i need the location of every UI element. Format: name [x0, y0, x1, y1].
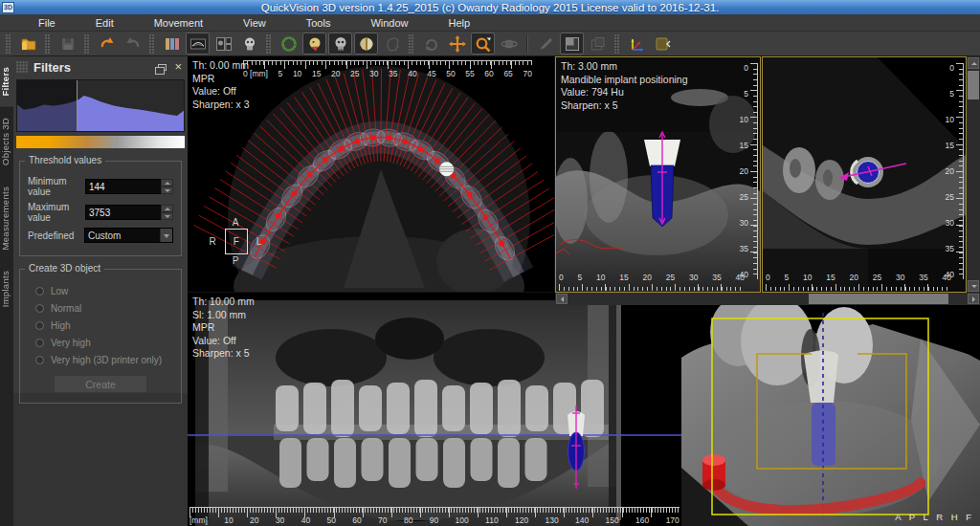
sidebar-tab-implants[interactable]: Implants	[0, 260, 13, 318]
sidebar-tab-filters[interactable]: Filters	[0, 56, 13, 107]
redo-button[interactable]	[121, 33, 145, 55]
orientation-f-box: F	[225, 229, 248, 254]
panel-grip-icon[interactable]	[16, 61, 29, 74]
maximum-value-spinner[interactable]	[161, 205, 173, 220]
layout-mpr-button[interactable]	[212, 33, 235, 55]
vertical-scrollbar[interactable]	[967, 56, 980, 293]
toolbar-grip	[149, 34, 155, 54]
scroll-up-icon[interactable]	[968, 57, 979, 69]
sidebar-tab-measurements[interactable]: Measurements	[0, 176, 13, 260]
skull-3d-button[interactable]	[328, 33, 352, 55]
menu-tools[interactable]: Tools	[306, 17, 331, 29]
zoom-button[interactable]	[471, 33, 495, 55]
viewport-panoramic[interactable]: Th: 10.00 mmSl: 1.00 mmMPRValue: OffShar…	[188, 293, 681, 526]
cross2-vertical-ruler: 0510152025303540	[946, 63, 964, 279]
ruler-label: 10	[293, 69, 301, 78]
ruler-label: 0	[559, 273, 564, 282]
layout-mpr-icon	[215, 35, 233, 53]
radio-low[interactable]: Low	[35, 286, 173, 296]
viewport-axial[interactable]: Th: 0.00 mmMPRValue: OffSharpen: x 3 0 […	[188, 56, 554, 292]
overlay-line: Value: 794 Hu	[561, 86, 688, 99]
float-panel-icon[interactable]	[158, 64, 167, 71]
horizontal-scroll-thumb[interactable]	[809, 294, 948, 304]
menu-view[interactable]: View	[243, 17, 266, 29]
layout-panoramic-icon	[189, 35, 207, 53]
skull-profile-button[interactable]	[380, 33, 404, 55]
save-icon	[59, 35, 77, 53]
overlay-line: Value: Off	[192, 85, 250, 99]
horizontal-scrollbar[interactable]	[555, 293, 980, 305]
radio-icon[interactable]	[35, 339, 44, 347]
maximum-value-input[interactable]	[85, 205, 162, 220]
rotate-button[interactable]	[419, 33, 443, 55]
undo-button[interactable]	[95, 33, 119, 55]
maximum-value-label: Maximum value	[28, 202, 85, 223]
arch-icon	[280, 35, 298, 53]
ruler-label: 30	[740, 218, 748, 228]
overlay-line: MPR	[192, 321, 255, 335]
ruler-label: 35	[389, 69, 397, 78]
axes-3d-button[interactable]	[625, 33, 649, 55]
ruler-label: 35	[946, 244, 954, 253]
skull-ceph-button[interactable]	[302, 33, 326, 55]
radio-normal[interactable]: Normal	[35, 303, 173, 314]
rotate-icon	[423, 35, 440, 53]
radio-icon[interactable]	[35, 287, 44, 296]
dropdown-arrow-icon[interactable]	[160, 229, 172, 242]
dock-panel-button[interactable]	[651, 33, 675, 55]
titlebar[interactable]: 3D QuickVision 3D version 1.4.25_2015 (c…	[0, 0, 980, 14]
close-panel-icon[interactable]: ×	[174, 62, 182, 72]
minimum-value-input[interactable]	[85, 179, 162, 194]
sidebar-tab-objects-3d[interactable]: Objects 3D	[0, 107, 13, 176]
arch-curve-button[interactable]	[277, 33, 301, 55]
pan-button[interactable]	[445, 33, 469, 55]
layout-3d-button[interactable]	[237, 33, 261, 55]
menu-file[interactable]: File	[38, 17, 56, 29]
radio-icon[interactable]	[35, 321, 44, 330]
radio-icon[interactable]	[35, 356, 44, 364]
ruler-label: 0	[766, 273, 770, 282]
menu-help[interactable]: Help	[449, 17, 471, 29]
radio-very-high-3d-printer-only-[interactable]: Very high (3D printer only)	[35, 355, 173, 365]
create-3d-group: Create 3D object LowNormalHighVery highV…	[19, 269, 182, 404]
panel-header[interactable]: Filters ×	[13, 56, 188, 77]
histogram[interactable]	[16, 79, 185, 132]
open-file-button[interactable]	[16, 33, 40, 55]
ruler-label: 25	[873, 273, 881, 282]
scroll-right-icon[interactable]	[968, 294, 979, 304]
menu-edit[interactable]: Edit	[96, 17, 114, 29]
cut-button[interactable]	[534, 33, 558, 55]
layout-panoramic-button[interactable]	[186, 33, 210, 55]
viewport-cross-section-2[interactable]: 0510152025303540 0510152025303540	[762, 56, 967, 293]
radio-high[interactable]: High	[35, 320, 173, 331]
create-button[interactable]: Create	[54, 375, 147, 393]
histogram-threshold-shade[interactable]	[17, 80, 78, 131]
rotate-3d-button[interactable]	[497, 33, 521, 55]
ruler-label: 10	[803, 273, 812, 282]
vertical-scroll-thumb[interactable]	[968, 71, 979, 99]
radio-icon[interactable]	[35, 304, 44, 313]
scroll-down-icon[interactable]	[968, 280, 979, 292]
overlay-line: Th: 3.00 mm	[561, 60, 688, 74]
predefined-value: Custom	[85, 229, 160, 242]
filters-panel: Filters × Threshold values Minimum value…	[13, 56, 188, 526]
viewport-cross-section-1[interactable]: Th: 3.00 mmMandible implant positioningV…	[555, 56, 761, 293]
maximize-view-button[interactable]	[560, 33, 584, 55]
minimum-value-label: Minimum value	[28, 176, 85, 197]
restore-view-button[interactable]	[586, 33, 610, 55]
menu-movement[interactable]: Movement	[154, 17, 203, 29]
minimum-value-spinner[interactable]	[161, 179, 173, 194]
viewport-3d[interactable]: A P L R H F	[681, 305, 980, 526]
axial-ruler: 0 [mm]510152025303540455055606570	[243, 60, 532, 78]
scroll-left-icon[interactable]	[556, 294, 568, 304]
radio-label: Very high	[51, 338, 91, 348]
save-button[interactable]	[56, 33, 79, 55]
orientation-widget: A R F L P	[199, 216, 272, 267]
layout-implant-button[interactable]	[160, 33, 184, 55]
ruler-label: 40	[943, 273, 951, 282]
radio-very-high[interactable]: Very high	[35, 338, 173, 348]
volume-half-button[interactable]	[354, 33, 378, 55]
predefined-dropdown[interactable]: Custom	[84, 228, 173, 243]
ruler-label: 15	[740, 141, 748, 150]
menu-window[interactable]: Window	[370, 17, 408, 29]
